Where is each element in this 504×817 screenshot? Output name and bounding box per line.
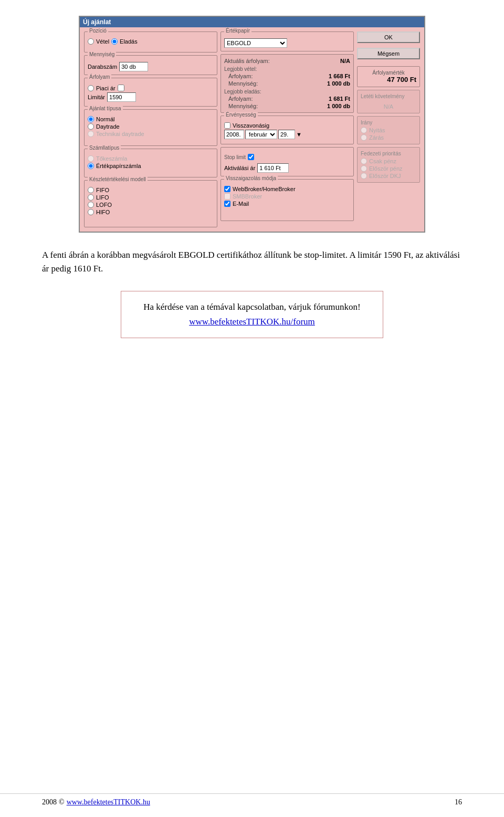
visszaigazolas-group: Visszaigazolás módja WebBroker/HomeBroke… — [220, 179, 354, 221]
dialog-container: Új ajánlat Pozíció Vétel Eladás — [42, 16, 462, 233]
stop-limit-label: Stop limit — [224, 154, 246, 160]
cancel-button[interactable]: Mégsem — [357, 48, 420, 59]
ertekpapir-row: Értékpapírszámla — [88, 163, 214, 169]
pozicio-group: Pozíció Vétel Eladás — [84, 32, 217, 53]
lv-arfolyam-value: 1 668 Ft — [329, 73, 350, 79]
le-arfolyam-value: 1 681 Ft — [329, 96, 350, 102]
technikai-radio[interactable] — [88, 131, 94, 137]
email-label: E-Mail — [233, 201, 249, 207]
eloszor-dkj-radio[interactable] — [361, 173, 367, 179]
date-year-input[interactable] — [224, 130, 244, 139]
darabszam-row: Darabszám — [88, 62, 214, 71]
fifo-row: FIFO — [88, 187, 214, 193]
ajanlat-tipusa-label: Ajánlat típusa — [88, 106, 123, 111]
stop-limit-row: Stop limit — [224, 154, 350, 160]
darabszam-label: Darabszám — [88, 64, 117, 70]
fifo-radio[interactable] — [88, 187, 94, 193]
ertekpapir-label: Értékpapír — [224, 28, 251, 34]
limitar-input[interactable] — [107, 92, 136, 102]
arfolyamertek-value: 47 700 Ft — [361, 76, 416, 83]
zaras-radio[interactable] — [361, 134, 367, 141]
normal-radio[interactable] — [88, 116, 94, 122]
lofo-radio[interactable] — [88, 202, 94, 208]
footer-left: 2008 © www.befektetesTITKOK.hu — [42, 798, 150, 806]
eloszor-penz-label: Először pénz — [369, 165, 403, 172]
date-month-select[interactable]: február — [245, 130, 277, 139]
dialog-titlebar: Új ajánlat — [80, 17, 424, 27]
footer-url[interactable]: www.befektetesTITKOK.hu — [67, 798, 150, 806]
date-day-input[interactable] — [278, 130, 295, 139]
aktivalasi-ar-input[interactable] — [257, 163, 289, 173]
ok-button[interactable]: OK — [357, 32, 420, 43]
lifo-label: LIFO — [96, 194, 109, 201]
leti-value: N/A — [361, 99, 416, 110]
eloszor-dkj-row: Először DKJ — [361, 173, 416, 179]
webbroker-check[interactable] — [224, 186, 230, 192]
smbbroker-check[interactable] — [224, 193, 230, 200]
ajanlat-tipusa-group: Ajánlat típusa Normál Daytrade Technikai… — [84, 109, 217, 146]
nyitas-radio[interactable] — [361, 127, 367, 133]
ertekpapir-radio[interactable] — [88, 163, 94, 169]
hifo-label: HIFO — [96, 209, 110, 215]
hifo-row: HIFO — [88, 209, 214, 215]
ervenyesseg-group: Érvényesség Visszavonásig február ▼ — [220, 116, 354, 144]
mennyiseg-label: Mennyiség — [88, 51, 116, 57]
limitar-label: Limitár — [88, 94, 105, 100]
email-check[interactable] — [224, 201, 230, 207]
eloszor-penz-radio[interactable] — [361, 165, 367, 172]
visszaigazolas-label: Visszaigazolás módja — [224, 175, 278, 181]
keszlet-label: Készletértékelési modell — [88, 176, 148, 182]
pozicio-label: Pozíció — [88, 28, 108, 34]
hifo-radio[interactable] — [88, 209, 94, 215]
aktualis-value: N/A — [340, 58, 350, 64]
stop-limit-check[interactable] — [248, 154, 254, 160]
irany-label: Irány — [361, 120, 416, 125]
keszlet-group: Készletértékelési modell FIFO LIFO LOFO — [84, 180, 217, 227]
piaci-ar-radio[interactable] — [88, 85, 94, 91]
daytrade-radio[interactable] — [88, 123, 94, 130]
ertekpapir-select[interactable]: EBGOLD — [224, 38, 287, 48]
ertekpapir-group: Értékpapír EBGOLD — [220, 32, 354, 51]
visszavonasig-check[interactable] — [224, 122, 230, 129]
zaras-label: Zárás — [369, 134, 384, 141]
technikai-row: Technikai daytrade — [88, 131, 214, 137]
darabszam-input[interactable] — [119, 62, 148, 71]
leti-label: Letéti követelmény — [361, 93, 416, 99]
arfolyamertek-box: Árfolyamérték 47 700 Ft — [357, 66, 420, 87]
aktivalasi-ar-label: Aktiválási ár — [224, 165, 255, 171]
lifo-radio[interactable] — [88, 194, 94, 201]
legjobb-eladas-title: Legjobb eladás: — [224, 89, 350, 95]
left-column: Pozíció Vétel Eladás Mennyiség Darabszám — [84, 32, 217, 227]
legjobb-vetel-title: Legjobb vétel: — [224, 66, 350, 72]
leti-box: Letéti követelmény N/A — [357, 90, 420, 113]
lofo-row: LOFO — [88, 202, 214, 208]
webbroker-label: WebBroker/HomeBroker — [233, 186, 296, 192]
le-arfolyam-label: Árfolyam: — [224, 96, 253, 102]
webbroker-row: WebBroker/HomeBroker — [224, 186, 350, 192]
visszavonasig-row: Visszavonásig — [224, 122, 350, 129]
tokeszamla-radio[interactable] — [88, 155, 94, 162]
mennyiseg-group: Mennyiség Darabszám — [84, 55, 217, 75]
ervenyesseg-label: Érvényesség — [224, 112, 258, 118]
lv-arfolyam-label: Árfolyam: — [224, 73, 253, 79]
date-row: február ▼ — [224, 130, 350, 139]
fedezeti-label: Fedezeti prioritás — [361, 151, 416, 156]
email-row: E-Mail — [224, 201, 350, 207]
le-mennyiseg-value: 1 000 db — [327, 103, 350, 109]
csak-penz-radio[interactable] — [361, 158, 367, 164]
irany-box: Irány Nyitás Zárás — [357, 116, 420, 144]
right-column: OK Mégsem Árfolyamérték 47 700 Ft Letéti… — [357, 32, 420, 227]
footer-copyright: © — [59, 798, 65, 806]
piaci-ar-check[interactable] — [118, 85, 124, 91]
footer-year: 2008 — [42, 798, 57, 806]
body-text: A fenti ábrán a korábban megvásárolt EBG… — [42, 250, 460, 274]
piaci-ar-label: Piaci ár — [96, 85, 116, 91]
piaci-ar-row: Piaci ár — [88, 85, 214, 91]
eladas-radio[interactable] — [111, 38, 118, 45]
forum-link[interactable]: www.befektetesTITKOK.hu/forum — [189, 317, 315, 327]
lv-mennyiseg-label: Mennyiség: — [224, 80, 258, 87]
stop-limit-group: Stop limit Aktiválási ár — [220, 147, 354, 176]
vetel-radio[interactable] — [88, 38, 94, 45]
lv-arfolyam-row: Árfolyam: 1 668 Ft — [224, 73, 350, 79]
technikai-label: Technikai daytrade — [96, 131, 144, 137]
